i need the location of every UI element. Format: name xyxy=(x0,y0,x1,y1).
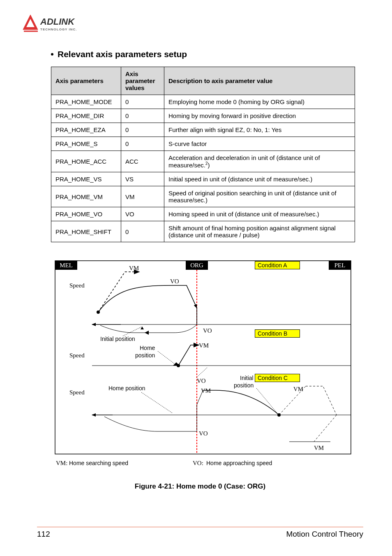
svg-line-32 xyxy=(141,392,172,413)
cell-value: ACC xyxy=(121,151,164,172)
cell-param: PRA_HOME_EZA xyxy=(51,123,121,137)
svg-line-28 xyxy=(197,368,207,377)
cell-param: PRA_HOME_VS xyxy=(51,172,121,186)
vm-label-c3: VM xyxy=(314,445,324,451)
homing-diagram: MEL ORG PEL Condition A Speed VM xyxy=(51,259,355,473)
svg-rect-5 xyxy=(55,261,351,454)
initial-label-c: Initial xyxy=(240,375,254,381)
cell-desc: Homing speed in unit of (distance unit o… xyxy=(164,207,355,221)
legend-vo: Home approaching speed xyxy=(206,460,272,466)
section-heading: Relevant axis parameters setup xyxy=(51,49,363,59)
table-row: PRA_HOME_VO VO Homing speed in unit of (… xyxy=(51,207,355,221)
home-label: Home xyxy=(140,345,155,351)
logo-sub: TECHNOLOGY INC. xyxy=(40,28,77,31)
vm-label-b: VM xyxy=(199,342,209,349)
cell-value: 0 xyxy=(121,221,164,242)
cell-value: VM xyxy=(121,186,164,207)
vo-label-c: VO xyxy=(197,378,206,384)
cell-param: PRA_HOME_DIR xyxy=(51,109,121,123)
cell-param: PRA_HOME_VO xyxy=(51,207,121,221)
th-parameter-values: Axis parameter values xyxy=(121,67,164,95)
condition-b-label: Condition B xyxy=(255,329,300,338)
svg-line-27 xyxy=(314,415,337,442)
svg-line-18 xyxy=(158,351,174,364)
initial-position-label: Initial position xyxy=(100,336,135,342)
speed-label-b: Speed xyxy=(69,352,85,359)
cell-param: PRA_HOME_MODE xyxy=(51,95,121,109)
svg-line-13 xyxy=(187,285,197,308)
svg-line-31 xyxy=(256,388,277,413)
cell-value: 0 xyxy=(121,137,164,151)
home-position-label-c: Home position xyxy=(108,385,145,392)
speed-label: Speed xyxy=(69,282,85,289)
vo-label-c2: VO xyxy=(199,430,208,437)
cell-value: VS xyxy=(121,172,164,186)
cell-desc: Shift amount of final homing position ag… xyxy=(164,221,355,242)
axis-parameters-table: Axis parameters Axis parameter values De… xyxy=(51,67,355,242)
cell-param: PRA_HOME_S xyxy=(51,137,121,151)
table-header-row: Axis parameters Axis parameter values De… xyxy=(51,67,355,95)
vm-label: VM xyxy=(129,265,139,271)
svg-point-14 xyxy=(97,310,100,314)
cell-value: 0 xyxy=(121,123,164,137)
th-axis-parameters: Axis parameters xyxy=(51,67,121,95)
logo-brand: ADLINK xyxy=(40,16,75,27)
table-row: PRA_HOME_VS VS Initial speed in unit of … xyxy=(51,172,355,186)
position-label: position xyxy=(135,352,155,359)
brand-logo: ADLINK TECHNOLOGY INC. xyxy=(21,13,90,37)
cell-desc: S-curve factor xyxy=(164,137,355,151)
position-label-c: position xyxy=(234,382,254,389)
table-row: PRA_HOME_MODE 0 Employing home mode 0 (h… xyxy=(51,95,355,109)
cell-desc: Further align with signal EZ, 0: No, 1: … xyxy=(164,123,355,137)
cell-desc: Initial speed in unit of (distance unit … xyxy=(164,172,355,186)
cell-value: VO xyxy=(121,207,164,221)
cell-value: 0 xyxy=(121,109,164,123)
figure-caption: Figure 4-21: Home mode 0 (Case: ORG) xyxy=(37,482,363,491)
speed-label-c: Speed xyxy=(69,389,85,396)
table-row: PRA_HOME_S 0 S-curve factor xyxy=(51,137,355,151)
table-row: PRA_HOME_ACC ACC Acceleration and decele… xyxy=(51,151,355,172)
condition-c-label: Condition C xyxy=(255,374,300,382)
legend-vm: Home searching speed xyxy=(69,460,128,466)
cell-value: 0 xyxy=(121,95,164,109)
section-heading-text: Relevant axis parameters setup xyxy=(58,49,187,59)
table-row: PRA_HOME_EZA 0 Further align with signal… xyxy=(51,123,355,137)
svg-line-11 xyxy=(98,272,125,312)
cell-desc: Homing by moving forward in positive dir… xyxy=(164,109,355,123)
vm-label-c1: VM xyxy=(293,386,303,392)
vo-label: VO xyxy=(170,278,179,285)
th-description: Description to axis parameter value xyxy=(164,67,355,95)
org-label: ORG xyxy=(190,262,203,269)
cell-param: PRA_HOME_SHIFT xyxy=(51,221,121,242)
svg-line-16 xyxy=(123,327,142,336)
vo-label2: VO xyxy=(203,327,212,334)
cell-param: PRA_HOME_VM xyxy=(51,186,121,207)
page-footer: 112 Motion Control Theory xyxy=(37,527,363,539)
condition-a-label: Condition A xyxy=(255,261,300,269)
page-number: 112 xyxy=(37,530,50,539)
mel-label: MEL xyxy=(60,262,73,269)
cell-desc: Acceleration and deceleration in unit of… xyxy=(164,151,355,172)
footer-title: Motion Control Theory xyxy=(286,530,363,539)
vm-label-c2: VM xyxy=(201,387,211,394)
cell-desc: Speed of original position searching in … xyxy=(164,186,355,207)
svg-marker-21 xyxy=(173,362,180,366)
legend-vo-prefix: VO: xyxy=(193,460,203,466)
legend-vm-prefix: VM: xyxy=(56,460,67,466)
pel-label: PEL xyxy=(334,262,346,269)
table-row: PRA_HOME_VM VM Speed of original positio… xyxy=(51,186,355,207)
table-row: PRA_HOME_DIR 0 Homing by moving forward … xyxy=(51,109,355,123)
bullet-icon xyxy=(51,53,53,56)
cell-desc: Employing home mode 0 (homing by ORG sig… xyxy=(164,95,355,109)
table-row: PRA_HOME_SHIFT 0 Shift amount of final h… xyxy=(51,221,355,242)
cell-param: PRA_HOME_ACC xyxy=(51,151,121,172)
svg-line-26 xyxy=(323,387,337,415)
svg-marker-15 xyxy=(145,331,149,335)
